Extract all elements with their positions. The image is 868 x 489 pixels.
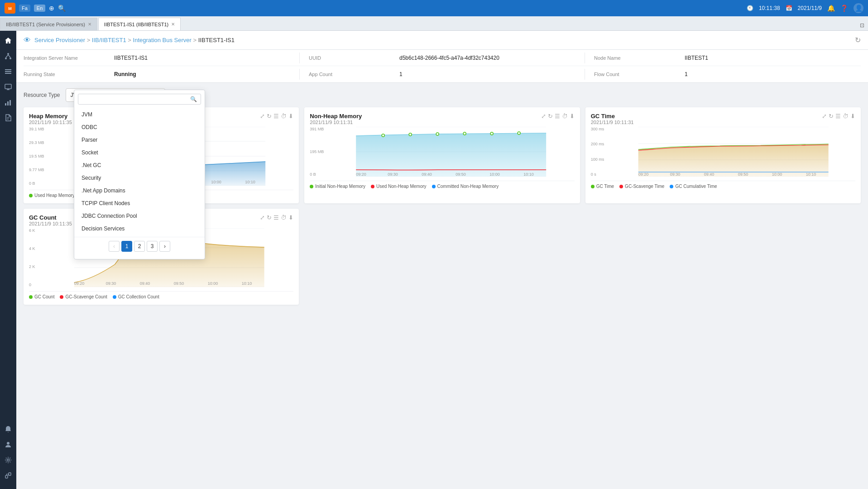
svg-point-38 (490, 132, 493, 135)
topbar-date: 2021/11/9 (798, 5, 822, 11)
gc-time-zoom-icon[interactable]: ⤢ (822, 113, 827, 120)
non-heap-date: 2021/11/9 10:11:31 (310, 120, 362, 125)
gc-time-download-icon[interactable]: ⬇ (850, 113, 855, 120)
server-name-value: IIBTEST1-IS1 (114, 55, 290, 61)
divider-1 (299, 53, 300, 63)
sidebar-chart-icon[interactable] (2, 96, 14, 109)
non-heap-download-icon[interactable]: ⬇ (570, 113, 575, 120)
non-heap-title-block: Non-Heap Memory 2021/11/9 10:11:31 (310, 113, 362, 125)
dropdown-item-parser[interactable]: Parser (74, 134, 205, 146)
svg-text:09:30: 09:30 (388, 172, 398, 177)
heap-memory-title-block: Heap Memory 2021/11/9 10:11:35 (29, 113, 72, 125)
dropdown-pagination: ‹ 1 2 3 › (74, 237, 205, 255)
gc-count-history-icon[interactable]: ⏱ (281, 214, 287, 221)
non-heap-menu-icon[interactable]: ☰ (555, 113, 560, 120)
dropdown-item-odbc[interactable]: ODBC (74, 121, 205, 134)
breadcrumb-eye-icon: 👁 (24, 36, 31, 44)
sidebar-bell-icon[interactable] (2, 423, 14, 436)
svg-point-2 (7, 53, 9, 55)
gc-time-gc-label: GC Time (596, 184, 614, 189)
tab2-close[interactable]: ✕ (171, 22, 175, 27)
gc-count-title: GC Count (29, 214, 72, 221)
gc-time-legend-gc: GC Time (591, 184, 614, 189)
tab-iibtest1[interactable]: IIB/IIBTEST1 (Service Provisioners) ✕ (0, 18, 97, 30)
dropdown-item-net-app-domains[interactable]: .Net App Domains (74, 184, 205, 197)
gc-count-menu-icon[interactable]: ☰ (273, 214, 279, 221)
non-heap-committed-label: Committed Non-Heap Memory (437, 184, 499, 189)
gc-count-zoom-icon[interactable]: ⤢ (260, 214, 265, 221)
gc-count-legend-scavenge: GC-Scavenge Count (60, 294, 107, 299)
sidebar-plugin-icon[interactable] (2, 469, 14, 482)
clock-icon: 🕙 (747, 5, 753, 11)
dropdown-item-net-gc[interactable]: .Net GC (74, 159, 205, 172)
app-count-value: 1 (399, 71, 575, 77)
dropdown-item-tcpip[interactable]: TCPIP Client Nodes (74, 197, 205, 210)
user-icon[interactable]: 👤 (854, 3, 863, 13)
tab1-label: IIB/IIBTEST1 (Service Provisioners) (6, 22, 85, 27)
tabbar: IIB/IIBTEST1 (Service Provisioners) ✕ II… (0, 16, 868, 31)
next-page-button[interactable]: › (159, 241, 170, 252)
gc-time-cumulative-label: GC Cumulative Time (675, 184, 717, 189)
gc-time-legend-scavenge: GC-Scavenge Time (619, 184, 664, 189)
dropdown-item-jdbc[interactable]: JDBC Connection Pool (74, 210, 205, 222)
non-heap-legend: Initial Non-Heap Memory Used Non-Heap Me… (310, 181, 574, 189)
tab-iibtest1-is1[interactable]: IIBTEST1-IS1 (IIB/IIBTEST1) ✕ (98, 18, 181, 30)
gc-count-download-icon[interactable]: ⬇ (288, 214, 293, 221)
sidebar-settings-icon[interactable] (2, 454, 14, 466)
sidebar-user-icon[interactable] (2, 438, 14, 451)
svg-text:10:00: 10:00 (772, 172, 782, 177)
lang-en-button[interactable]: En (34, 5, 45, 12)
non-heap-legend-committed: Committed Non-Heap Memory (432, 184, 499, 189)
heap-history-icon[interactable]: ⏱ (281, 113, 287, 120)
page-1-button[interactable]: 1 (121, 241, 132, 252)
non-heap-refresh-icon[interactable]: ↻ (548, 113, 553, 120)
prev-page-button[interactable]: ‹ (109, 241, 120, 252)
svg-rect-12 (7, 101, 9, 105)
gc-time-menu-icon[interactable]: ☰ (835, 113, 841, 120)
dropdown-item-socket[interactable]: Socket (74, 146, 205, 159)
sidebar-topology-icon[interactable] (2, 50, 14, 62)
non-heap-history-icon[interactable]: ⏱ (562, 113, 568, 120)
running-state-value: Running (114, 71, 290, 77)
gc-time-refresh-icon[interactable]: ↻ (829, 113, 834, 120)
resource-type-label: Resource Type (24, 92, 60, 98)
gc-time-history-icon[interactable]: ⏱ (843, 113, 849, 120)
tab1-close[interactable]: ✕ (88, 22, 91, 27)
breadcrumb-integration-bus[interactable]: Integration Bus Server (133, 37, 192, 43)
non-heap-legend-used: Used Non-Heap Memory (371, 184, 427, 189)
gc-count-actions: ⤢ ↻ ☰ ⏱ ⬇ (260, 214, 293, 221)
sidebar-home-icon[interactable] (2, 34, 14, 47)
search-icon[interactable]: 🔍 (58, 5, 66, 12)
sidebar-monitor-icon[interactable] (2, 81, 14, 93)
maximize-button[interactable]: ⊡ (856, 20, 868, 30)
sidebar-list-icon[interactable] (2, 65, 14, 78)
sidebar-report-icon[interactable] (2, 111, 14, 124)
page-3-button[interactable]: 3 (147, 241, 158, 252)
heap-download-icon[interactable]: ⬇ (288, 113, 293, 120)
bookmark-icon[interactable]: ⊕ (49, 5, 54, 12)
gc-count-legend-count: GC Count (29, 294, 54, 299)
breadcrumb-service-provisioner[interactable]: Service Provisioner (34, 37, 85, 43)
dropdown-item-jvm[interactable]: JVM (74, 108, 205, 121)
non-heap-zoom-icon[interactable]: ⤢ (541, 113, 546, 120)
gc-count-refresh-icon[interactable]: ↻ (267, 214, 272, 221)
lang-fa-button[interactable]: Fa (19, 5, 30, 12)
svg-text:09:30: 09:30 (670, 172, 680, 177)
bell-icon[interactable]: 🔔 (827, 5, 835, 12)
dropdown-item-security[interactable]: Security (74, 172, 205, 184)
heap-memory-actions: ⤢ ↻ ☰ ⏱ ⬇ (260, 113, 293, 120)
page-2-button[interactable]: 2 (134, 241, 145, 252)
breadcrumb: Service Provisioner > IIB/IIBTEST1 > Int… (34, 37, 235, 43)
svg-text:10:10: 10:10 (806, 172, 816, 177)
non-heap-legend-initial: Initial Non-Heap Memory (310, 184, 365, 189)
heap-zoom-icon[interactable]: ⤢ (260, 113, 265, 120)
dropdown-search-input[interactable] (82, 96, 187, 102)
help-icon[interactable]: ❓ (840, 5, 848, 12)
heap-refresh-icon[interactable]: ↻ (267, 113, 272, 120)
refresh-icon[interactable]: ↻ (855, 36, 861, 44)
dropdown-item-decision[interactable]: Decision Services (74, 222, 205, 235)
svg-line-6 (8, 55, 10, 58)
heap-menu-icon[interactable]: ☰ (273, 113, 279, 120)
gc-count-legend: GC Count GC-Scavenge Count GC Collection… (29, 291, 293, 299)
breadcrumb-iib[interactable]: IIB/IIBTEST1 (92, 37, 126, 43)
